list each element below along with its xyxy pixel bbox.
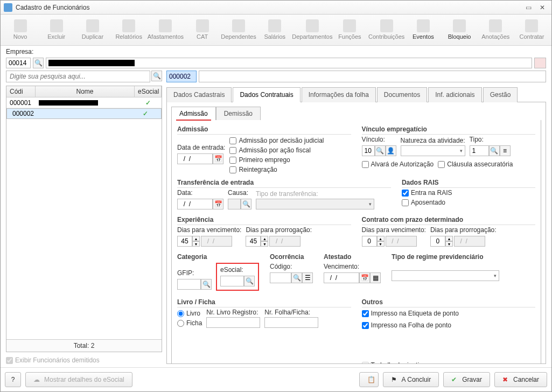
contr-dias-venc[interactable] bbox=[362, 236, 377, 247]
atestado-venc[interactable] bbox=[324, 272, 359, 283]
search-button[interactable]: 🔍 bbox=[151, 71, 162, 81]
tab-1[interactable]: Dados Contratuais bbox=[233, 87, 300, 102]
esocial-details-button[interactable]: ☁Mostrar detalhes do eSocial bbox=[25, 372, 132, 387]
group-experiencia: Experiência bbox=[177, 216, 351, 225]
toolbar-duplicar[interactable]: Duplicar bbox=[75, 16, 110, 45]
vinculo-add-icon[interactable]: 👤 bbox=[386, 145, 396, 156]
tab-2[interactable]: Informações da folha bbox=[302, 87, 376, 102]
tab-3[interactable]: Documentos bbox=[377, 87, 427, 102]
esocial-input[interactable] bbox=[220, 276, 244, 286]
nr-folha-input[interactable] bbox=[264, 317, 318, 328]
toolbar-departamentos[interactable]: Departamentos bbox=[294, 16, 331, 45]
causa-lookup[interactable]: 🔍 bbox=[241, 199, 251, 209]
atestado-extra[interactable]: ▦ bbox=[370, 272, 381, 283]
toolbar-salarios[interactable]: Salários bbox=[257, 16, 292, 45]
tipo-extra-icon[interactable]: ≡ bbox=[500, 145, 511, 156]
data-entrada-input[interactable] bbox=[177, 153, 213, 164]
chk-primeiro-emprego[interactable] bbox=[229, 157, 236, 164]
spin-up[interactable]: ▲ bbox=[192, 236, 200, 241]
chk-reintegracao[interactable] bbox=[229, 166, 236, 173]
chk-etiqueta[interactable] bbox=[362, 310, 369, 317]
close-button[interactable]: ✕ bbox=[536, 3, 548, 12]
gfip-lookup[interactable]: 🔍 bbox=[201, 279, 212, 290]
subtab-0[interactable]: Admissão bbox=[171, 107, 216, 120]
check-icon: ✔ bbox=[451, 376, 459, 383]
toolbar-excluir[interactable]: Excluir bbox=[39, 16, 74, 45]
ocorr-lookup[interactable]: 🔍 bbox=[291, 272, 302, 283]
calendar-button[interactable] bbox=[534, 58, 546, 68]
main-toolbar: NovoExcluirDuplicarRelatóriosAfastamento… bbox=[1, 15, 551, 46]
relatorios-icon bbox=[122, 19, 135, 32]
regime-select[interactable]: ▾ bbox=[392, 270, 499, 281]
toolbar-relatorios[interactable]: Relatórios bbox=[111, 16, 146, 45]
group-outros: Outros bbox=[362, 298, 536, 307]
toolbar-contribuicoes[interactable]: Contribuições bbox=[368, 16, 404, 45]
toolbar-cat[interactable]: CAT bbox=[185, 16, 220, 45]
group-categoria: Categoria bbox=[177, 253, 259, 262]
col-codi[interactable]: Códi bbox=[6, 86, 36, 97]
cancelar-button[interactable]: ✖Cancelar bbox=[494, 372, 547, 387]
vinculo-lookup[interactable]: 🔍 bbox=[375, 145, 386, 156]
radio-ficha[interactable] bbox=[177, 320, 184, 327]
table-row[interactable]: 000002✓ bbox=[6, 108, 162, 119]
natureza-select[interactable]: ▾ bbox=[401, 145, 465, 156]
chk-aposentado[interactable] bbox=[402, 199, 409, 206]
toolbar-dependentes[interactable]: Dependentes bbox=[221, 16, 256, 45]
exp-dias-venc[interactable] bbox=[177, 236, 192, 247]
duplicar-icon bbox=[86, 19, 99, 32]
tipo-input[interactable] bbox=[470, 145, 489, 156]
col-nome[interactable]: Nome bbox=[36, 86, 135, 97]
transf-data-input[interactable] bbox=[177, 199, 213, 209]
calendar-icon[interactable]: 📅 bbox=[213, 199, 223, 209]
toolbar-eventos[interactable]: Eventos bbox=[406, 16, 441, 45]
help-button[interactable]: ? bbox=[5, 372, 21, 387]
concluir-button[interactable]: ⚑A Concluir bbox=[383, 372, 439, 387]
exp-dias-prorr[interactable] bbox=[246, 236, 261, 247]
table-row[interactable]: 000001✓ bbox=[6, 97, 162, 108]
toolbar-anotacoes[interactable]: Anotações bbox=[478, 16, 513, 45]
empresa-code-input[interactable] bbox=[6, 58, 31, 68]
search-input[interactable] bbox=[6, 71, 150, 82]
empresa-lookup-button[interactable]: 🔍 bbox=[33, 58, 44, 68]
gravar-button[interactable]: ✔Gravar bbox=[443, 372, 490, 387]
tab-5[interactable]: Gestão bbox=[483, 87, 518, 102]
employee-code-input[interactable] bbox=[166, 71, 197, 82]
toolbar-afastamentos[interactable]: Afastamentos bbox=[148, 16, 184, 45]
tab-0[interactable]: Dados Cadastrais bbox=[166, 87, 232, 102]
toolbar-contratar[interactable]: Contratar bbox=[514, 16, 549, 45]
chk-entra-rais[interactable] bbox=[402, 190, 409, 197]
ocorr-list-icon[interactable]: ☰ bbox=[302, 272, 313, 283]
tab-4[interactable]: Inf. adicionais bbox=[428, 87, 481, 102]
chk-clausula[interactable] bbox=[438, 161, 445, 168]
chk-folha-ponto[interactable] bbox=[362, 322, 369, 329]
ocorr-codigo[interactable] bbox=[270, 272, 291, 283]
employee-name-input[interactable] bbox=[199, 71, 546, 82]
chk-acao-fiscal[interactable] bbox=[229, 147, 236, 154]
tipo-lookup[interactable]: 🔍 bbox=[489, 145, 500, 156]
group-transferencia: Transferência de entrada bbox=[177, 179, 391, 188]
x-icon: ✖ bbox=[502, 376, 510, 383]
funcoes-icon bbox=[343, 19, 356, 32]
exibir-demitidos-checkbox[interactable] bbox=[6, 357, 13, 364]
vinculo-input[interactable] bbox=[362, 145, 375, 156]
salarios-icon bbox=[268, 19, 281, 32]
toolbar-bloqueio[interactable]: Bloqueio bbox=[442, 16, 477, 45]
esocial-lookup[interactable]: 🔍 bbox=[244, 276, 255, 286]
gfip-input[interactable] bbox=[177, 279, 201, 290]
spin-down[interactable]: ▼ bbox=[192, 241, 200, 247]
toolbar-funcoes[interactable]: Funções bbox=[332, 16, 367, 45]
contr-dias-prorr[interactable] bbox=[430, 236, 445, 247]
subtab-1[interactable]: Demissão bbox=[216, 107, 261, 120]
calendar-icon[interactable]: 📅 bbox=[359, 272, 370, 283]
calendar-icon[interactable]: 📅 bbox=[213, 153, 223, 164]
radio-livro[interactable] bbox=[177, 310, 184, 317]
minimize-button[interactable]: ▭ bbox=[522, 3, 534, 12]
nr-livro-input[interactable] bbox=[206, 317, 260, 328]
chk-decisao-judicial[interactable] bbox=[229, 137, 236, 144]
col-esocial[interactable]: eSocial bbox=[135, 86, 162, 97]
chk-alvara[interactable] bbox=[362, 161, 369, 168]
chk-inativo bbox=[362, 362, 369, 365]
copy-button[interactable]: 📋 bbox=[359, 372, 379, 387]
toolbar-novo[interactable]: Novo bbox=[3, 16, 38, 45]
empresa-label: Empresa: bbox=[6, 48, 33, 55]
